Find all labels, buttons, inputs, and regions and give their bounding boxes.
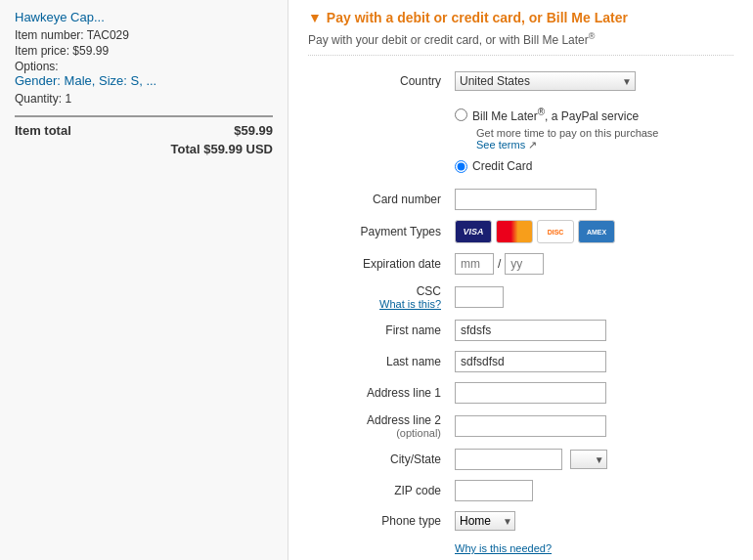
phone-select-wrapper: Home Mobile Work ▼ bbox=[455, 511, 515, 531]
credit-card-radio-row: Credit Card bbox=[455, 159, 726, 173]
phone-type-cell: Home Mobile Work ▼ bbox=[449, 507, 731, 535]
right-panel: ▼ Pay with a debit or credit card, or Bi… bbox=[288, 0, 753, 560]
why-needed-cell: Why is this needed? bbox=[449, 537, 731, 559]
country-select[interactable]: United States Canada United Kingdom bbox=[455, 71, 636, 91]
phone-select[interactable]: Home Mobile Work bbox=[455, 511, 515, 531]
item-title-link[interactable]: Hawkeye Cap... bbox=[15, 10, 273, 24]
payment-form-table: Country United States Canada United King… bbox=[308, 65, 733, 560]
options-row: Options: Gender: Male, Size: S, ... bbox=[15, 60, 273, 88]
csc-row: CSC What is this? bbox=[310, 280, 731, 314]
state-select-wrapper: ▼ bbox=[570, 450, 607, 469]
first-name-cell bbox=[449, 316, 731, 345]
external-link-icon: ↗ bbox=[528, 139, 537, 151]
total-usd-value: Total $59.99 USD bbox=[170, 142, 273, 156]
item-number-label: Item number: bbox=[15, 28, 84, 42]
quantity-label: Quantity: bbox=[15, 92, 62, 106]
section-arrow-icon: ▼ bbox=[308, 10, 322, 25]
last-name-label: Last name bbox=[310, 347, 447, 376]
radio-section: Bill Me Later®, a PayPal service Get mor… bbox=[455, 107, 726, 173]
why-needed-row: Why is this needed? bbox=[310, 537, 731, 559]
last-name-cell bbox=[449, 347, 731, 376]
address2-cell bbox=[449, 409, 731, 443]
bill-me-later-row: Bill Me Later®, a PayPal service Get mor… bbox=[310, 97, 731, 183]
last-name-input[interactable] bbox=[455, 351, 606, 372]
address2-row: Address line 2 (optional) bbox=[310, 409, 731, 443]
options-value-link[interactable]: Gender: Male, Size: S, ... bbox=[15, 73, 273, 88]
city-state-row: City/State ▼ bbox=[310, 445, 731, 474]
card-number-row: Card number bbox=[310, 185, 731, 214]
bill-me-later-info: Get more time to pay on this purchase Se… bbox=[476, 127, 726, 151]
item-number-value: TAC029 bbox=[87, 28, 129, 42]
exp-year-input[interactable] bbox=[505, 253, 544, 275]
payment-types-icons: VISA DISC AMEX bbox=[455, 220, 726, 243]
visa-icon: VISA bbox=[455, 220, 492, 243]
section-subtitle: Pay with your debit or credit card, or w… bbox=[308, 31, 733, 56]
amex-icon: AMEX bbox=[578, 220, 615, 243]
item-price-label: Item price: bbox=[15, 44, 69, 58]
card-number-cell bbox=[449, 185, 731, 214]
expiration-inputs: / bbox=[455, 253, 726, 275]
phone-type-label: Phone type bbox=[310, 507, 447, 535]
bill-me-later-radio[interactable] bbox=[455, 108, 467, 121]
bill-me-later-radio-row: Bill Me Later®, a PayPal service bbox=[455, 107, 726, 123]
zip-row: ZIP code bbox=[310, 476, 731, 505]
state-select[interactable] bbox=[570, 450, 607, 469]
payment-options-cell: Bill Me Later®, a PayPal service Get mor… bbox=[449, 97, 731, 183]
total-usd-row: Total $59.99 USD bbox=[15, 142, 273, 156]
item-price-value: $59.99 bbox=[72, 44, 109, 58]
bill-me-later-label[interactable]: Bill Me Later®, a PayPal service bbox=[472, 107, 639, 123]
csc-cell bbox=[449, 280, 731, 314]
zip-cell bbox=[449, 476, 731, 505]
csc-label: CSC bbox=[316, 284, 441, 298]
mastercard-icon bbox=[496, 220, 533, 243]
section-title: Pay with a debit or credit card, or Bill… bbox=[327, 10, 628, 25]
last-name-row: Last name bbox=[310, 347, 731, 376]
city-input[interactable] bbox=[455, 449, 562, 470]
credit-card-label[interactable]: Credit Card bbox=[472, 159, 532, 173]
first-name-label: First name bbox=[310, 316, 447, 345]
quantity-value: 1 bbox=[65, 92, 71, 106]
bml-reg-mark: ® bbox=[538, 107, 545, 117]
country-row: Country United States Canada United King… bbox=[310, 67, 731, 95]
address2-input[interactable] bbox=[455, 415, 606, 437]
address1-row: Address line 1 bbox=[310, 378, 731, 408]
address1-input[interactable] bbox=[455, 382, 606, 404]
quantity-row: Quantity: 1 bbox=[15, 92, 273, 106]
item-total-value: $59.99 bbox=[234, 123, 273, 138]
address2-label: Address line 2 bbox=[316, 413, 441, 427]
card-number-label: Card number bbox=[310, 185, 447, 214]
country-label: Country bbox=[310, 67, 447, 95]
discover-icon: DISC bbox=[537, 220, 574, 243]
exp-month-input[interactable] bbox=[455, 253, 494, 275]
first-name-row: First name bbox=[310, 316, 731, 345]
section-header: ▼ Pay with a debit or credit card, or Bi… bbox=[308, 10, 733, 25]
city-state-cell: ▼ bbox=[449, 445, 731, 474]
payment-types-label: Payment Types bbox=[310, 216, 447, 247]
phone-type-row: Phone type Home Mobile Work ▼ bbox=[310, 507, 731, 535]
address2-optional: (optional) bbox=[316, 427, 441, 439]
zip-input[interactable] bbox=[455, 480, 533, 501]
exp-separator: / bbox=[498, 257, 501, 271]
payment-types-cell: VISA DISC AMEX bbox=[449, 216, 731, 247]
what-is-this-link[interactable]: What is this? bbox=[316, 298, 441, 310]
csc-input[interactable] bbox=[455, 286, 504, 308]
options-label: Options: bbox=[15, 60, 59, 73]
expiration-row: Expiration date / bbox=[310, 249, 731, 279]
left-panel: Hawkeye Cap... Item number: TAC029 Item … bbox=[0, 0, 288, 560]
credit-card-radio[interactable] bbox=[455, 160, 467, 173]
country-cell: United States Canada United Kingdom ▼ bbox=[449, 67, 731, 95]
why-needed-link[interactable]: Why is this needed? bbox=[455, 542, 552, 554]
card-number-input[interactable] bbox=[455, 189, 597, 210]
payment-types-row: Payment Types VISA DISC AMEX bbox=[310, 216, 731, 247]
see-terms-link[interactable]: See terms bbox=[476, 139, 525, 151]
expiration-label: Expiration date bbox=[310, 249, 447, 279]
registered-mark: ® bbox=[589, 31, 596, 41]
item-price-row: Item price: $59.99 bbox=[15, 44, 273, 58]
item-total-label: Item total bbox=[15, 123, 71, 138]
zip-label: ZIP code bbox=[310, 476, 447, 505]
first-name-input[interactable] bbox=[455, 320, 606, 341]
item-number-row: Item number: TAC029 bbox=[15, 28, 273, 42]
country-select-wrapper: United States Canada United Kingdom ▼ bbox=[455, 71, 636, 91]
city-state-label: City/State bbox=[310, 445, 447, 474]
expiration-cell: / bbox=[449, 249, 731, 279]
